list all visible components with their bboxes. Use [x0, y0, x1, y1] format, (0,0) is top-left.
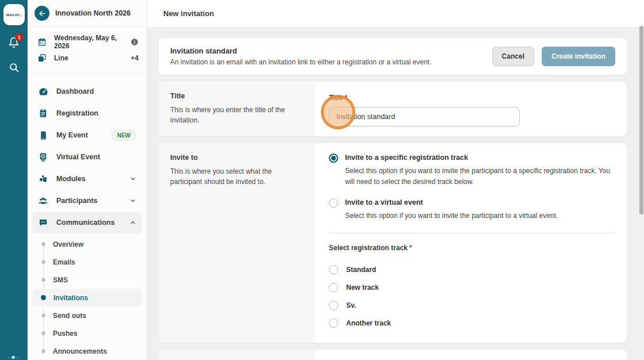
cancel-button[interactable]: Cancel	[492, 47, 534, 66]
search-icon	[9, 62, 20, 73]
page-title: New invitation	[163, 9, 214, 18]
bullet-icon	[41, 295, 46, 300]
more-menu-icon[interactable]: ∙●∙	[7, 354, 20, 360]
subnav-item-label: Invitations	[53, 294, 88, 302]
invite-option-registration-track[interactable]: Invite to a specific registration track …	[329, 154, 615, 187]
subnav-item-invitations[interactable]: Invitations	[32, 289, 142, 307]
subnav-item-label: Announcements	[53, 347, 107, 355]
search-button[interactable]	[9, 62, 20, 73]
registration-icon	[38, 108, 48, 118]
sidebar-item-modules[interactable]: Modules	[32, 168, 142, 190]
message-section-info: Message This is where you build the mess…	[159, 350, 315, 360]
sidebar-item-label: Registration	[56, 109, 98, 117]
title-field-label: Title*	[329, 94, 347, 102]
sidebar-item-label: Dashboard	[56, 87, 94, 95]
sidebar-item-virtual-event[interactable]: Virtual Event	[32, 146, 142, 168]
event-info: Wednesday, May 6, 2026 Line +4	[28, 27, 147, 74]
invitation-summary-text: Invitation standard An invitation is an …	[170, 47, 431, 66]
sidebar-item-label: Participants	[56, 197, 98, 205]
event-date-row[interactable]: Wednesday, May 6, 2026	[37, 34, 139, 50]
bullet-icon	[41, 278, 45, 282]
sidebar-item-registration[interactable]: Registration	[32, 102, 142, 124]
invajo-logo[interactable]: INVAJO:)	[3, 4, 25, 25]
invite-option-text: Invite to a virtual event Select this op…	[345, 198, 558, 221]
bullet-icon	[41, 260, 45, 264]
notifications-button[interactable]: 1	[8, 37, 20, 48]
sidebar-item-label: Virtual Event	[56, 153, 100, 161]
required-asterisk: *	[344, 94, 347, 102]
sidebar-item-label: Modules	[56, 175, 86, 183]
subnav-item-emails[interactable]: Emails	[32, 253, 142, 271]
radio-unselected-icon[interactable]	[329, 265, 338, 274]
subnav-item-pushes[interactable]: Pushes	[32, 324, 142, 342]
message-section-fields: Subject* Add tags	[315, 350, 627, 360]
invite-option-label: Invite to a virtual event	[345, 198, 558, 206]
page-header: New invitation	[147, 0, 644, 28]
radio-selected-icon[interactable]	[329, 154, 338, 163]
logo-accent: :)	[20, 13, 22, 17]
invite-option-virtual-event[interactable]: Invite to a virtual event Select this op…	[329, 198, 615, 221]
sidebar: Innovation North 2026 Wednesday, May 6, …	[28, 0, 147, 360]
sidebar-header: Innovation North 2026	[28, 0, 147, 27]
track-option-standard[interactable]: Standard	[329, 261, 615, 279]
chevron-down-icon	[129, 175, 136, 182]
track-option-new-track[interactable]: New track	[329, 279, 615, 297]
calendar-icon	[37, 37, 47, 47]
invite-to-section-fields: Invite to a specific registration track …	[315, 143, 627, 343]
my-event-icon	[38, 130, 48, 140]
back-button[interactable]	[34, 6, 49, 21]
section-divider	[329, 233, 615, 233]
invitation-type-description: An invitation is an email with an invita…	[170, 58, 431, 66]
title-section-card: Title This is where you enter the title …	[159, 82, 627, 136]
chevron-up-icon	[129, 219, 136, 226]
participants-icon	[38, 196, 48, 206]
arrow-left-icon	[38, 9, 47, 18]
invite-to-section-info: Invite to This is where you select what …	[159, 143, 315, 343]
sidebar-item-dashboard[interactable]: Dashboard	[32, 81, 142, 102]
track-option-label: Sv.	[346, 301, 356, 309]
track-option-label: Standard	[346, 266, 376, 274]
sidebar-nav: Dashboard Registration My Event NEW Vir	[28, 74, 147, 233]
bullet-icon	[41, 349, 45, 353]
subnav-item-announcements[interactable]: Announcements	[32, 342, 142, 360]
create-invitation-button[interactable]: Create invitation	[542, 47, 615, 66]
section-description: This is where you enter the title of the…	[170, 105, 285, 125]
invite-to-section-card: Invite to This is where you select what …	[159, 143, 627, 343]
notification-badge: 1	[15, 33, 24, 41]
subnav-item-overview[interactable]: Overview	[32, 235, 142, 253]
event-title: Innovation North 2026	[55, 9, 131, 17]
track-option-another-track[interactable]: Another track	[329, 315, 615, 332]
title-input[interactable]	[329, 107, 520, 127]
sidebar-item-my-event[interactable]: My Event NEW	[32, 124, 142, 146]
new-badge: NEW	[112, 131, 136, 140]
track-option-sv[interactable]: Sv.	[329, 297, 615, 315]
subnav-item-send-outs[interactable]: Send outs	[32, 307, 142, 324]
sidebar-item-participants[interactable]: Participants	[32, 190, 142, 212]
sidebar-item-label: Communications	[56, 219, 114, 227]
radio-unselected-icon[interactable]	[329, 301, 338, 310]
event-format-row[interactable]: Line +4	[37, 50, 139, 66]
form-actions: Cancel Create invitation	[492, 47, 615, 66]
radio-unselected-icon[interactable]	[329, 198, 338, 208]
invite-option-description: Select this option if you want to invite…	[345, 210, 558, 221]
radio-unselected-icon[interactable]	[329, 283, 338, 292]
sidebar-item-communications[interactable]: Communications	[32, 212, 142, 233]
track-option-label: Another track	[346, 319, 391, 327]
icon-rail: INVAJO:) 1 ∙●∙	[0, 0, 28, 360]
communications-subnav: Overview Emails SMS Invitations Send out…	[28, 233, 147, 360]
invite-option-label: Invite to a specific registration track	[345, 154, 615, 162]
app-window: INVAJO:) 1 ∙●∙ Innovation North 2026	[0, 0, 644, 360]
dashboard-icon	[38, 86, 48, 97]
track-option-label: New track	[346, 284, 379, 292]
track-select-label: Select registration track*	[329, 244, 615, 252]
invitation-summary-card: Invitation standard An invitation is an …	[159, 38, 627, 75]
bullet-icon	[41, 331, 45, 335]
radio-unselected-icon[interactable]	[329, 319, 338, 328]
info-icon[interactable]	[131, 38, 139, 46]
sidebar-item-label: My Event	[56, 131, 88, 139]
subnav-item-sms[interactable]: SMS	[32, 271, 142, 289]
subnav-item-label: Emails	[53, 258, 75, 266]
section-description: This is where you select what the partic…	[170, 166, 285, 187]
form-content: Invitation standard An invitation is an …	[147, 28, 644, 360]
vertical-scrollbar[interactable]	[639, 26, 643, 215]
